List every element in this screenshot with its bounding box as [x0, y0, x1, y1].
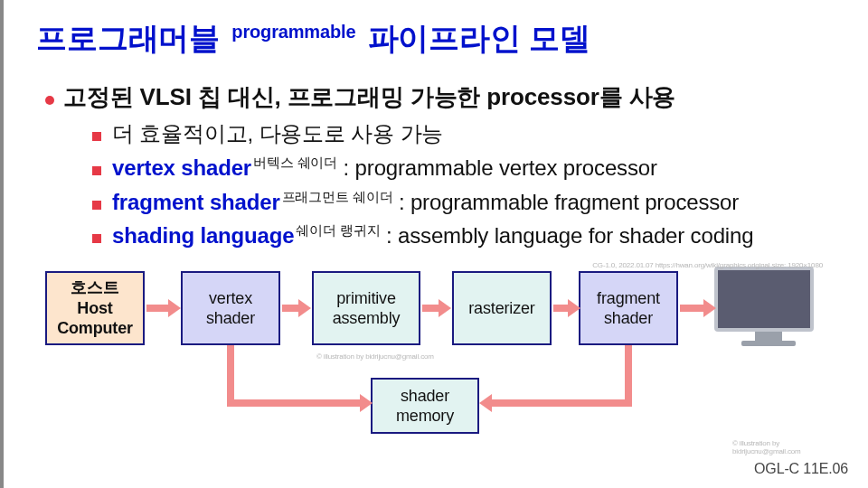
- box-fragment-shader: fragment shader: [579, 271, 678, 345]
- arrow-left-icon: [490, 399, 632, 407]
- arrow-right-icon: [680, 305, 705, 312]
- box-label: shader: [373, 386, 477, 407]
- term-ruby: 쉐이더 랭귀지: [296, 222, 380, 238]
- term-desc: : programmable fragment processor: [399, 190, 739, 214]
- box-vertex-shader: vertex shader: [181, 271, 280, 345]
- title-superscript: programmable: [231, 22, 355, 42]
- connector-line: [625, 345, 632, 402]
- term: fragment shader: [112, 190, 280, 214]
- box-rasterizer: rasterizer: [452, 271, 552, 345]
- arrow-right-icon: [422, 305, 440, 312]
- arrow-right-icon: [553, 305, 570, 312]
- box-label: 호스트: [47, 277, 143, 298]
- bullet-square-icon: [92, 166, 101, 175]
- term-ruby: 프래그먼트 쉐이더: [282, 189, 393, 204]
- term: vertex shader: [112, 155, 251, 180]
- title-part1: 프로그래머블: [36, 21, 220, 55]
- term-desc: : assembly language for shader coding: [386, 223, 753, 248]
- box-shader-memory: shader memory: [371, 378, 479, 434]
- box-label: Computer: [47, 318, 143, 339]
- credit-text: © illustration by bidrijucnu@gmail.com: [732, 439, 841, 455]
- pipeline-diagram: 호스트 Host Computer vertex shader primitiv…: [45, 262, 841, 443]
- term: shading language: [112, 223, 294, 248]
- connector-line: [227, 345, 234, 402]
- bullet-square-icon: [92, 201, 101, 210]
- sub-bullet-list: 더 효율적이고, 다용도로 사용 가능 vertex shader버텍스 쉐이더…: [92, 118, 841, 252]
- box-label: Host: [47, 298, 143, 319]
- credit-text: © illustration by bidrijucnu@gmail.com: [316, 352, 434, 361]
- term-ruby: 버텍스 쉐이더: [253, 155, 337, 170]
- sub-bullet: shading language쉐이더 랭귀지 : assembly langu…: [92, 221, 841, 252]
- box-label: assembly: [314, 308, 419, 329]
- bullet-dot-icon: [45, 96, 54, 105]
- sub-bullet: 더 효율적이고, 다용도로 사용 가능: [92, 118, 841, 150]
- box-label: fragment: [580, 288, 676, 309]
- box-label: rasterizer: [454, 298, 550, 319]
- box-host-computer: 호스트 Host Computer: [45, 271, 145, 345]
- box-label: shader: [580, 308, 676, 329]
- slide-title: 프로그래머블 programmable 파이프라인 모델: [36, 18, 590, 60]
- bullet-square-icon: [92, 234, 101, 243]
- main-bullet: 고정된 VLSI 칩 대신, 프로그래밍 가능한 processor를 사용: [45, 81, 841, 113]
- main-bullet-text: 고정된 VLSI 칩 대신, 프로그래밍 가능한 processor를 사용: [63, 81, 675, 113]
- sub-bullet-body: fragment shader프래그먼트 쉐이더 : programmable …: [112, 187, 739, 219]
- box-label: primitive: [314, 288, 419, 309]
- monitor-icon: [714, 267, 823, 357]
- term-desc: : programmable vertex processor: [344, 155, 657, 180]
- monitor-stand: [755, 332, 782, 341]
- sub-bullet-body: shading language쉐이더 랭귀지 : assembly langu…: [112, 221, 753, 252]
- box-primitive-assembly: primitive assembly: [312, 271, 420, 345]
- credit-text: CG-1.0, 2022.01.07 https://hwan.org/wiki…: [592, 262, 823, 270]
- monitor-screen: [714, 267, 814, 332]
- bullet-square-icon: [92, 132, 101, 141]
- title-part2: 파이프라인 모델: [368, 21, 590, 55]
- arrow-right-icon: [282, 305, 300, 312]
- slide-code: OGL-C 11E.06: [754, 461, 848, 477]
- sub-bullet-text: 더 효율적이고, 다용도로 사용 가능: [112, 118, 443, 150]
- bullet-area: 고정된 VLSI 칩 대신, 프로그래밍 가능한 processor를 사용 더…: [45, 81, 841, 255]
- sub-bullet-body: vertex shader버텍스 쉐이더 : programmable vert…: [112, 153, 657, 184]
- box-label: shader: [183, 308, 278, 329]
- sub-bullet: fragment shader프래그먼트 쉐이더 : programmable …: [92, 187, 841, 219]
- slide: 프로그래머블 programmable 파이프라인 모델 고정된 VLSI 칩 …: [0, 0, 868, 488]
- box-label: vertex: [183, 288, 278, 309]
- arrow-right-icon: [146, 305, 170, 312]
- box-label: memory: [373, 406, 477, 427]
- sub-bullet: vertex shader버텍스 쉐이더 : programmable vert…: [92, 153, 841, 184]
- monitor-base: [741, 341, 796, 346]
- arrow-right-icon: [227, 399, 362, 407]
